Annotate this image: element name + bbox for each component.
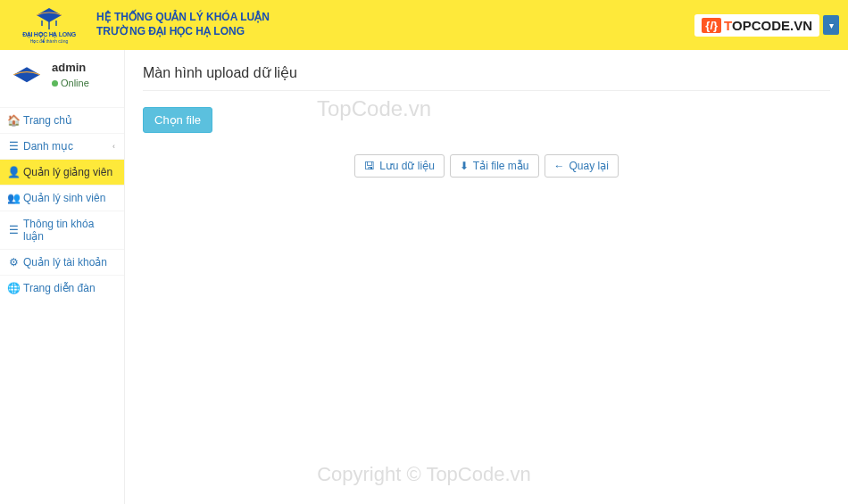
header-title-line1: HỆ THỐNG QUẢN LÝ KHÓA LUẬN [96,11,270,25]
topcode-label: TOPCODE.VN [724,18,812,33]
topcode-badge[interactable]: {/} TOPCODE.VN [694,14,819,37]
users-icon: 👥 [9,192,19,204]
sidebar-item-label: Quản lý giảng viên [23,166,112,178]
user-status: Online [52,78,89,88]
book-wings-icon [10,64,44,93]
globe-icon: 🌐 [9,282,19,294]
code-icon: {/} [702,18,721,33]
sidebar-item-home[interactable]: 🏠Trang chủ [0,108,124,133]
save-button[interactable]: 🖫 Lưu dữ liệu [354,154,445,178]
user-panel: admin Online [0,50,124,107]
chevron-down-icon[interactable]: ▾ [823,15,839,35]
action-buttons: 🖫 Lưu dữ liệu ⬇ Tải file mẫu ← Quay lại [143,154,830,178]
logo-block: ĐẠI HỌC HẠ LONG Học để thành công HỆ THỐ… [9,4,270,46]
book-wings-icon [33,6,65,31]
sidebar-item-label: Trang chủ [23,114,72,127]
sidebar-item-forum[interactable]: 🌐Trang diễn đàn [0,276,124,301]
avatar [9,61,45,96]
header-title-line2: TRƯỜNG ĐẠI HỌC HẠ LONG [96,25,270,39]
upload-panel: Chọn file 🖫 Lưu dữ liệu ⬇ Tải file mẫu ←… [143,90,830,178]
logo-text-sub: Học để thành công [30,38,68,44]
status-dot-icon [52,80,58,87]
back-button[interactable]: ← Quay lại [545,154,619,178]
sidebar-item-label: Thông tin khóa luận [23,218,115,243]
list-icon: ☰ [9,140,19,153]
sidebar: admin Online 🏠Trang chủ ☰Danh mục‹ 👤Quản… [0,50,125,504]
main-content: Màn hình upload dữ liệu Chọn file 🖫 Lưu … [125,50,848,504]
gears-icon: ⚙ [9,256,19,269]
sidebar-item-label: Danh mục [23,140,73,153]
sidebar-item-categories[interactable]: ☰Danh mục‹ [0,134,124,159]
sidebar-item-label: Trang diễn đàn [23,282,96,294]
download-template-button[interactable]: ⬇ Tải file mẫu [450,154,539,178]
back-button-label: Quay lại [569,160,609,172]
sidebar-item-accounts[interactable]: ⚙Quản lý tài khoản [0,250,124,275]
list-icon: ☰ [9,224,19,236]
header-title: HỆ THỐNG QUẢN LÝ KHÓA LUẬN TRƯỜNG ĐẠI HỌ… [96,11,270,38]
chevron-left-icon: ‹ [112,142,115,151]
home-icon: 🏠 [9,114,19,127]
user-status-label: Online [61,78,89,88]
sidebar-item-thesis[interactable]: ☰Thông tin khóa luận [0,211,124,249]
sidebar-item-label: Quản lý tài khoản [23,256,107,269]
logo-text-main: ĐẠI HỌC HẠ LONG [22,31,76,38]
save-button-label: Lưu dữ liệu [379,160,435,172]
arrow-left-icon: ← [554,160,565,172]
user-icon: 👤 [9,166,19,178]
sidebar-item-lecturers[interactable]: 👤Quản lý giảng viên [0,160,124,185]
header: ĐẠI HỌC HẠ LONG Học để thành công HỆ THỐ… [0,0,848,50]
download-template-label: Tải file mẫu [473,160,529,172]
user-info: admin Online [52,61,89,88]
choose-file-button[interactable]: Chọn file [143,107,212,133]
sidebar-menu: 🏠Trang chủ ☰Danh mục‹ 👤Quản lý giảng viê… [0,107,124,301]
user-name: admin [52,61,89,74]
download-icon: ⬇ [460,160,469,172]
sidebar-item-students[interactable]: 👥Quản lý sinh viên [0,186,124,211]
university-logo: ĐẠI HỌC HẠ LONG Học để thành công [9,4,89,46]
page-title: Màn hình upload dữ liệu [143,64,830,81]
save-icon: 🖫 [364,160,375,172]
header-right: {/} TOPCODE.VN ▾ [694,14,839,37]
sidebar-item-label: Quản lý sinh viên [23,192,105,204]
